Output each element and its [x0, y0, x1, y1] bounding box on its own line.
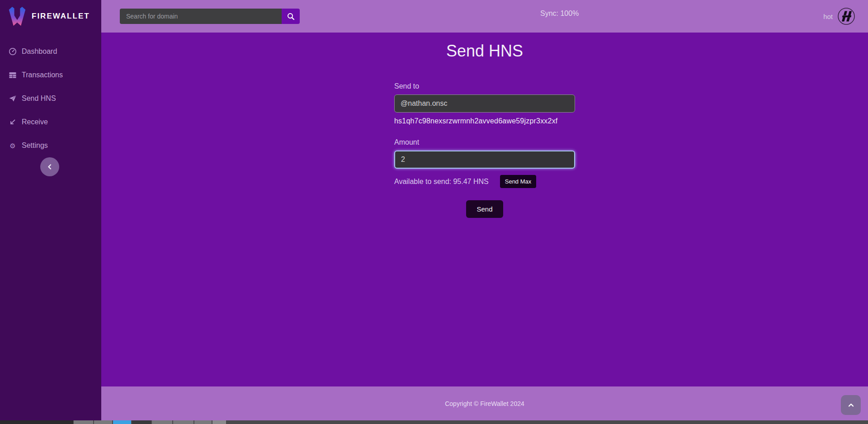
taskbar-segment [173, 420, 193, 424]
gear-icon: ⚙ [9, 141, 17, 150]
firewallet-logo-icon [8, 5, 27, 27]
dashboard-gauge-icon [9, 47, 17, 56]
taskbar-segment [152, 420, 172, 424]
sidebar-nav: Dashboard Transactions Send HNS Receive [0, 40, 101, 157]
chevron-left-icon [47, 164, 53, 170]
search-input[interactable] [120, 9, 282, 24]
sidebar-item-transactions[interactable]: Transactions [0, 63, 101, 87]
search-bar [120, 9, 300, 24]
taskbar-segment [212, 420, 226, 424]
sidebar-item-dashboard[interactable]: Dashboard [0, 40, 101, 63]
sidebar-item-receive[interactable]: Receive [0, 110, 101, 134]
taskbar-segment [94, 420, 112, 424]
magnifier-icon [287, 13, 295, 20]
resolved-address: hs1qh7c98nexsrzwrmnh2avved6awe59jzpr3xx2… [394, 117, 575, 125]
sidebar-item-label: Settings [22, 141, 48, 150]
send-to-input[interactable] [394, 94, 575, 113]
sidebar-collapse-button[interactable] [40, 157, 59, 176]
scroll-to-top-button[interactable] [841, 395, 861, 415]
send-max-button[interactable]: Send Max [500, 175, 537, 188]
handshake-logo-icon[interactable] [837, 7, 855, 25]
header: Sync: 100% hot [101, 0, 868, 33]
sidebar-item-label: Send HNS [22, 94, 56, 103]
send-form: Send to hs1qh7c98nexsrzwrmnh2avved6awe59… [394, 82, 575, 218]
sidebar-item-label: Transactions [22, 71, 63, 79]
chevron-up-icon [848, 402, 854, 409]
sidebar-item-label: Receive [22, 118, 48, 126]
sync-status: Sync: 100% [540, 9, 579, 18]
available-to-send-text: Available to send: 95.47 HNS [394, 178, 489, 186]
main-content: Send HNS Send to hs1qh7c98nexsrzwrmnh2av… [101, 33, 868, 386]
sidebar-item-label: Dashboard [22, 47, 57, 56]
send-to-label: Send to [394, 82, 575, 90]
table-icon [9, 71, 17, 79]
paper-plane-icon [9, 94, 17, 103]
amount-input[interactable] [394, 151, 575, 169]
copyright-text: Copyright © FireWallet 2024 [445, 400, 524, 407]
available-row: Available to send: 95.47 HNS Send Max [394, 175, 575, 188]
firewallet-app: FIREWALLET Dashboard Transactions Send H… [0, 0, 868, 424]
taskbar-segment [0, 420, 73, 424]
taskbar-segment [132, 420, 151, 424]
amount-label: Amount [394, 138, 575, 146]
footer: Copyright © FireWallet 2024 [101, 386, 868, 420]
page-title: Send HNS [101, 42, 868, 61]
wallet-area: hot [823, 0, 855, 33]
wallet-name: hot [823, 13, 833, 20]
brand: FIREWALLET [0, 0, 101, 33]
taskbar-segment-active [113, 420, 131, 424]
brand-name: FIREWALLET [32, 12, 90, 21]
search-button[interactable] [282, 9, 300, 24]
send-button[interactable]: Send [466, 200, 503, 218]
bottom-taskbar-strip [0, 420, 868, 424]
taskbar-segment [74, 420, 93, 424]
arrow-down-left-icon [9, 118, 17, 126]
sidebar-item-settings[interactable]: ⚙ Settings [0, 134, 101, 157]
sidebar: FIREWALLET Dashboard Transactions Send H… [0, 0, 101, 420]
sidebar-item-send-hns[interactable]: Send HNS [0, 87, 101, 110]
taskbar-segment [194, 420, 212, 424]
